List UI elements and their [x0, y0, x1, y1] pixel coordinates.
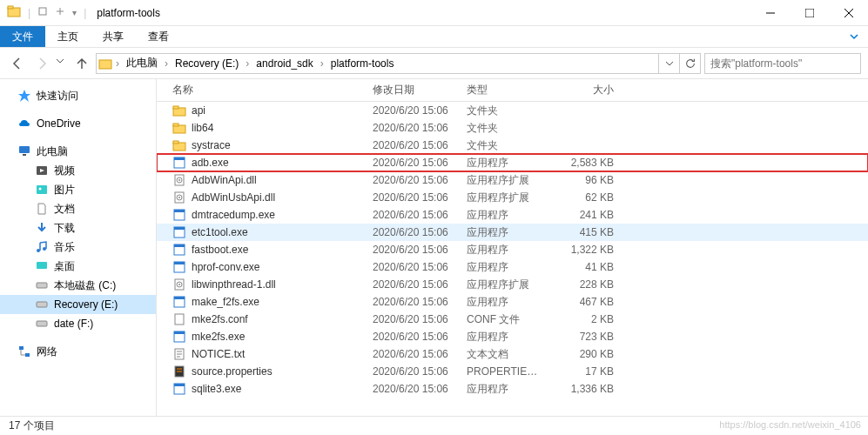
chevron-right-icon[interactable]: ›	[114, 57, 121, 70]
file-row[interactable]: dmtracedump.exe2020/6/20 15:06应用程序241 KB	[157, 206, 868, 224]
file-row[interactable]: source.properties2020/6/20 15:06PROPERTI…	[157, 363, 868, 380]
file-name: mke2fs.exe	[192, 331, 245, 343]
close-button[interactable]	[829, 0, 868, 26]
qat-btn[interactable]	[37, 6, 48, 19]
chevron-right-icon[interactable]: ›	[244, 57, 251, 70]
navigation-toolbar: › 此电脑 › Recovery (E:) › android_sdk › pl…	[0, 48, 868, 79]
file-name: make_f2fs.exe	[192, 296, 259, 308]
sidebar-disk-f[interactable]: date (F:)	[0, 314, 156, 333]
file-row[interactable]: make_f2fs.exe2020/6/20 15:06应用程序467 KB	[157, 293, 868, 311]
minimize-button[interactable]	[750, 0, 790, 26]
file-row[interactable]: AdbWinApi.dll2020/6/20 15:06应用程序扩展96 KB	[157, 171, 868, 189]
file-row[interactable]: mke2fs.conf2020/6/20 15:06CONF 文件2 KB	[157, 311, 868, 328]
back-button[interactable]	[7, 53, 28, 74]
forward-button[interactable]	[31, 53, 52, 74]
up-button[interactable]	[71, 53, 92, 74]
file-type: 应用程序扩展	[460, 191, 551, 205]
maximize-button[interactable]	[790, 0, 829, 26]
file-name: lib64	[192, 122, 213, 134]
svg-rect-3	[805, 9, 814, 17]
file-type: 应用程序	[460, 225, 551, 240]
ribbon-expand-icon[interactable]	[840, 26, 868, 47]
column-type[interactable]: 类型	[460, 79, 551, 101]
file-row[interactable]: lib642020/6/20 15:06文件夹	[157, 119, 868, 137]
file-row[interactable]: hprof-conv.exe2020/6/20 15:06应用程序41 KB	[157, 258, 868, 276]
svg-point-31	[178, 197, 180, 198]
file-type: 应用程序	[460, 208, 551, 223]
file-type: 应用程序扩展	[460, 278, 551, 292]
sidebar-disk-c[interactable]: 本地磁盘 (C:)	[0, 276, 156, 295]
sidebar-documents[interactable]: 文档	[0, 199, 156, 218]
refresh-button[interactable]	[679, 54, 700, 73]
ribbon-tabs: 文件 主页 共享 查看	[0, 26, 868, 48]
tab-file[interactable]: 文件	[0, 26, 45, 47]
file-date: 2020/6/20 15:06	[366, 331, 460, 343]
titlebar-qat: | ▾ |	[7, 4, 86, 21]
recent-dropdown[interactable]	[56, 53, 68, 74]
history-dropdown[interactable]	[658, 54, 679, 73]
tab-view[interactable]: 查看	[136, 26, 181, 47]
sidebar-item-label: OneDrive	[37, 117, 81, 130]
file-row[interactable]: NOTICE.txt2020/6/20 15:06文本文档290 KB	[157, 345, 868, 363]
breadcrumb-item[interactable]: android_sdk	[251, 54, 318, 73]
document-icon	[35, 202, 49, 216]
sidebar-network[interactable]: 网络	[0, 342, 156, 361]
file-type: 文件夹	[460, 121, 551, 136]
sidebar-item-label: 此电脑	[37, 144, 68, 159]
dll-icon	[172, 278, 186, 291]
file-row[interactable]: mke2fs.exe2020/6/20 15:06应用程序723 KB	[157, 328, 868, 345]
file-row[interactable]: AdbWinUsbApi.dll2020/6/20 15:06应用程序扩展62 …	[157, 189, 868, 206]
status-bar: 17 个项目	[0, 416, 868, 435]
file-size: 1,322 KB	[551, 244, 621, 256]
qat-btn[interactable]	[55, 6, 65, 19]
file-name: sqlite3.exe	[192, 383, 241, 395]
tab-share[interactable]: 共享	[91, 26, 136, 47]
folder-icon	[7, 4, 21, 21]
sidebar-quick-access[interactable]: 快速访问	[0, 86, 156, 105]
sidebar-onedrive[interactable]: OneDrive	[0, 114, 156, 133]
picture-icon	[35, 183, 49, 197]
column-name[interactable]: 名称	[157, 79, 366, 101]
file-type: 应用程序	[460, 295, 551, 310]
chevron-right-icon[interactable]: ›	[319, 57, 326, 70]
file-row[interactable]: fastboot.exe2020/6/20 15:06应用程序1,322 KB	[157, 241, 868, 258]
sidebar-desktop[interactable]: 桌面	[0, 257, 156, 276]
chevron-right-icon[interactable]: ›	[163, 57, 170, 70]
sidebar-downloads[interactable]: 下载	[0, 218, 156, 238]
svg-rect-45	[175, 314, 184, 325]
file-list: api2020/6/20 15:06文件夹lib642020/6/20 15:0…	[157, 102, 868, 416]
sidebar-this-pc[interactable]: 此电脑	[0, 142, 156, 161]
network-icon	[17, 345, 31, 358]
breadcrumb-item[interactable]: 此电脑	[121, 54, 163, 73]
file-row[interactable]: api2020/6/20 15:06文件夹	[157, 102, 868, 119]
sidebar-music[interactable]: 音乐	[0, 238, 156, 257]
qat-dropdown[interactable]: ▾	[72, 8, 77, 17]
breadcrumb-item[interactable]: Recovery (E:)	[170, 54, 244, 73]
file-date: 2020/6/20 15:06	[366, 244, 460, 256]
svg-rect-5	[19, 146, 30, 153]
sidebar-pictures[interactable]: 图片	[0, 180, 156, 199]
sidebar-videos[interactable]: 视频	[0, 161, 156, 180]
file-row[interactable]: systrace2020/6/20 15:06文件夹	[157, 137, 868, 154]
file-size: 2 KB	[551, 313, 621, 325]
file-row[interactable]: sqlite3.exe2020/6/20 15:06应用程序1,336 KB	[157, 380, 868, 398]
breadcrumb-item[interactable]: platform-tools	[326, 54, 400, 73]
file-type: 应用程序	[460, 382, 551, 397]
file-row[interactable]: etc1tool.exe2020/6/20 15:06应用程序415 KB	[157, 224, 868, 241]
props-icon	[172, 365, 186, 378]
file-name: adb.exe	[192, 157, 229, 169]
column-size[interactable]: 大小	[551, 79, 621, 101]
sidebar-disk-e[interactable]: Recovery (E:)	[0, 295, 156, 314]
search-input[interactable]	[710, 57, 855, 70]
file-date: 2020/6/20 15:06	[366, 365, 460, 378]
search-box[interactable]	[704, 53, 861, 74]
file-type: PROPERTIES 文件	[460, 365, 551, 379]
file-row[interactable]: libwinpthread-1.dll2020/6/20 15:06应用程序扩展…	[157, 276, 868, 293]
sidebar-item-label: date (F:)	[54, 318, 93, 330]
file-row[interactable]: adb.exe2020/6/20 15:06应用程序2,583 KB	[157, 154, 868, 171]
column-date[interactable]: 修改日期	[366, 79, 460, 101]
cloud-icon	[17, 117, 31, 130]
tab-home[interactable]: 主页	[45, 26, 91, 47]
breadcrumb[interactable]: › 此电脑 › Recovery (E:) › android_sdk › pl…	[96, 53, 701, 74]
svg-rect-15	[37, 321, 47, 326]
